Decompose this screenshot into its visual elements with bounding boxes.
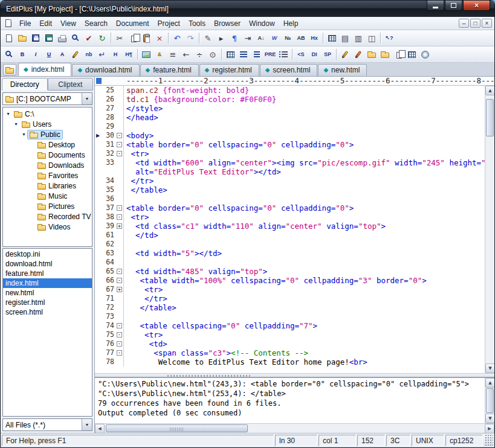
editor-scroll-track[interactable] [485, 95, 494, 363]
spell-check-button[interactable]: ✔ [82, 31, 95, 45]
special-char-left-arrow-button[interactable]: ← [180, 48, 193, 61]
cascade-windows-button[interactable]: ◫ [365, 31, 378, 45]
fold-collapse-button[interactable]: - [117, 133, 122, 138]
insert-image-button[interactable] [140, 48, 153, 61]
document-tab-new.html[interactable]: ◆new.html [318, 64, 367, 76]
document-tab-feature.html[interactable]: ◆feature.html [140, 64, 199, 76]
tree-item-music[interactable]: Music [3, 191, 92, 201]
filter-dropdown-arrow[interactable]: ▼ [82, 419, 92, 430]
file-filter-selector[interactable]: All Files (*.*) ▼ [2, 418, 92, 431]
output-window[interactable]: "C:\Users\Public\new.html"(243,3): <tabl… [95, 378, 485, 423]
fold-collapse-button[interactable]: - [117, 142, 122, 147]
sync-folder-button[interactable] [365, 48, 378, 61]
window-list-button[interactable] [325, 31, 338, 45]
scroll-down-button[interactable]: ▼ [485, 363, 495, 373]
tree-item-videos[interactable]: Videos [3, 222, 92, 232]
code-editor[interactable]: 25span.c2 {font-weight: bold}26td.c1 {ba… [95, 86, 485, 373]
tab-directory[interactable]: Directory [2, 78, 48, 91]
insert-anchor-button[interactable]: & [153, 48, 166, 61]
close-button[interactable]: × [463, 1, 490, 11]
tree-item-desktop[interactable]: Desktop [3, 139, 92, 150]
document-tab-register.html[interactable]: ◆register.html [199, 64, 259, 76]
file-item-register.html[interactable]: register.html [3, 298, 92, 307]
print-button[interactable] [56, 31, 69, 45]
character-grid-button[interactable] [405, 48, 418, 61]
drive-dropdown-arrow[interactable]: ▼ [82, 93, 92, 104]
paste-button[interactable] [140, 31, 153, 45]
document-tab-screen.html[interactable]: ◆screen.html [260, 64, 318, 76]
horizontal-scrollbar[interactable]: ◀ ▶ [95, 423, 494, 433]
drive-selector[interactable]: [C:] BOOTCAMP ▼ [2, 92, 92, 105]
underline-button[interactable]: U [42, 48, 56, 61]
output-scroll-thumb[interactable] [486, 388, 494, 413]
menu-project[interactable]: Project [154, 18, 184, 30]
expand-arrow-icon[interactable]: ▾ [5, 111, 11, 117]
menu-help[interactable]: Help [279, 18, 303, 30]
menu-document[interactable]: Document [112, 18, 154, 30]
resize-grip[interactable] [484, 435, 493, 446]
editor-vertical-scrollbar[interactable]: ▲ ▼ [485, 86, 494, 373]
tree-item-documents[interactable]: Documents [3, 150, 92, 160]
scroll-up-button[interactable]: ▲ [485, 86, 495, 95]
tree-item-favorites[interactable]: Favorites [3, 170, 92, 181]
tree-item-libraries[interactable]: Libraries [3, 181, 92, 191]
output-splitter[interactable] [95, 373, 494, 377]
document-copy-button[interactable] [392, 48, 405, 61]
file-item-desktop.ini[interactable]: desktop.ini [3, 249, 92, 259]
record-macro-button[interactable]: ✎ [201, 31, 215, 45]
file-item-feature.html[interactable]: feature.html [3, 269, 92, 278]
fold-collapse-button[interactable]: - [117, 214, 122, 220]
bold-button[interactable]: B [16, 48, 29, 61]
output-scroll-up-button[interactable]: ▲ [485, 378, 495, 388]
div-tag-button[interactable]: DI [308, 48, 321, 61]
pre-tag-button[interactable]: PRE [264, 48, 277, 61]
output-vertical-scrollbar[interactable]: ▲ ▼ [485, 378, 494, 423]
tab-cliptext[interactable]: Cliptext [48, 78, 94, 91]
file-item-new.html[interactable]: new.html [3, 288, 92, 298]
fold-collapse-button[interactable]: - [117, 151, 122, 156]
project-folder-button[interactable] [378, 48, 392, 61]
line-numbers-button[interactable]: № [281, 31, 294, 45]
reload-button[interactable]: ↻ [95, 31, 109, 45]
tree-item-c[interactable]: ▾C:\ [3, 109, 92, 119]
view-in-browser-button[interactable] [2, 48, 16, 61]
file-item-download.html[interactable]: download.html [3, 259, 92, 269]
context-help-button[interactable]: ↖? [383, 31, 396, 45]
font-button[interactable]: A [56, 48, 69, 61]
text-color-button[interactable] [69, 48, 82, 61]
document-tab-download.html[interactable]: ◆download.html [72, 64, 139, 76]
file-item-screen.html[interactable]: screen.html [3, 307, 92, 317]
tree-item-recorded-tv[interactable]: Recorded TV [3, 211, 92, 222]
tile-horizontal-button[interactable]: ▤ [338, 31, 352, 45]
highlight-pen-button[interactable] [352, 48, 365, 61]
span-tag-button[interactable]: SP [321, 48, 334, 61]
file-item-index.html[interactable]: index.html [3, 278, 92, 288]
mdi-close-button[interactable]: × [482, 19, 492, 28]
menu-window[interactable]: Window [245, 18, 279, 30]
scroll-left-button[interactable]: ◀ [95, 424, 105, 434]
insert-table-button[interactable] [224, 48, 237, 61]
sort-button[interactable]: A↓ [254, 31, 268, 45]
print-preview-button[interactable] [69, 31, 82, 45]
mdi-restore-button[interactable]: □ [470, 19, 480, 28]
special-char-copyright-button[interactable]: ⊙ [206, 48, 219, 61]
cd-button[interactable] [418, 48, 432, 61]
word-wrap-button[interactable]: W [268, 31, 281, 45]
output-scroll-track[interactable] [485, 388, 494, 414]
paragraph-button[interactable]: H¶ [122, 48, 135, 61]
italic-button[interactable]: I [29, 48, 42, 61]
scroll-right-button[interactable]: ▶ [485, 424, 494, 434]
fold-collapse-button[interactable]: - [117, 323, 122, 328]
tile-vertical-button[interactable]: ▥ [352, 31, 365, 45]
heading-button[interactable]: H [109, 48, 122, 61]
edit-cliptext-button[interactable] [338, 48, 352, 61]
output-scroll-down-button[interactable]: ▼ [485, 414, 495, 423]
line-break-button[interactable]: ↵ [95, 48, 109, 61]
tree-item-public[interactable]: ▾Public [3, 129, 92, 139]
document-system-icon[interactable] [3, 18, 14, 29]
align-left-button[interactable] [237, 48, 250, 61]
save-all-button[interactable] [42, 31, 56, 45]
expand-arrow-icon[interactable]: ▾ [21, 132, 27, 137]
menu-tools[interactable]: Tools [184, 18, 210, 30]
delete-button[interactable]: × [153, 31, 166, 45]
